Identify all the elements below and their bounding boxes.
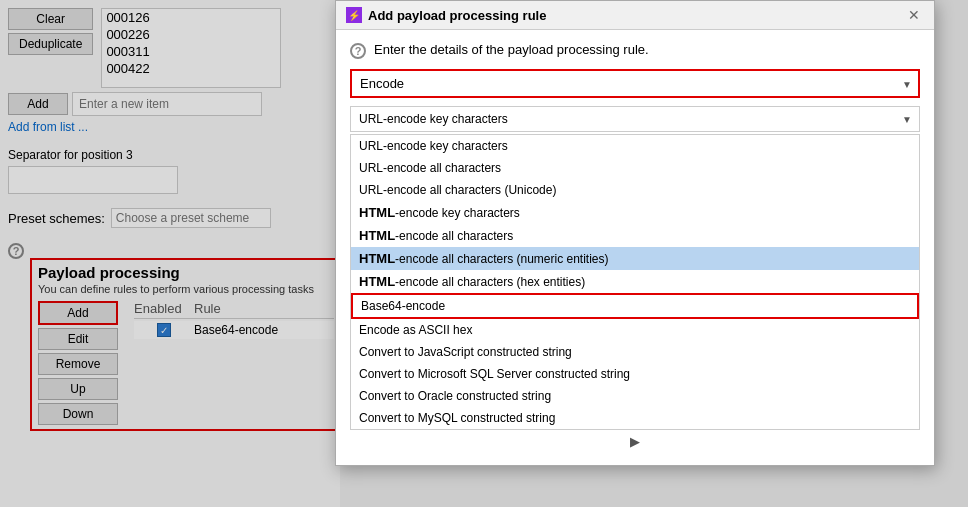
encode-select[interactable]: Encode Hash Custom [350, 69, 920, 98]
html-bold-2: HTML [359, 228, 395, 243]
option-url-key[interactable]: URL-encode key characters [351, 135, 919, 157]
modal-description: Enter the details of the payload process… [374, 42, 649, 57]
option-js-string[interactable]: Convert to JavaScript constructed string [351, 341, 919, 363]
option-html-numeric[interactable]: HTML-encode all characters (numeric enti… [351, 247, 919, 270]
arrow-right-indicator: ▶ [350, 430, 920, 453]
modal-body: ? Enter the details of the payload proce… [336, 30, 934, 465]
url-encode-dropdown-wrapper: URL-encode key characters URL-encode all… [350, 106, 920, 132]
modal-close-button[interactable]: ✕ [904, 7, 924, 23]
html-bold-3: HTML [359, 251, 395, 266]
encode-dropdown-wrapper: Encode Hash Custom ▼ [350, 69, 920, 98]
option-html-hex[interactable]: HTML-encode all characters (hex entities… [351, 270, 919, 293]
url-encode-select[interactable]: URL-encode key characters URL-encode all… [350, 106, 920, 132]
add-payload-modal: ⚡ Add payload processing rule ✕ ? Enter … [335, 0, 935, 466]
option-oracle-string[interactable]: Convert to Oracle constructed string [351, 385, 919, 407]
modal-info-icon: ? [350, 43, 366, 59]
html-bold-4: HTML [359, 274, 395, 289]
html-bold-1: HTML [359, 205, 395, 220]
modal-title: Add payload processing rule [368, 8, 898, 23]
option-mysql-string[interactable]: Convert to MySQL constructed string [351, 407, 919, 429]
option-mssql-string[interactable]: Convert to Microsoft SQL Server construc… [351, 363, 919, 385]
option-url-all[interactable]: URL-encode all characters [351, 157, 919, 179]
modal-description-row: ? Enter the details of the payload proce… [350, 42, 920, 59]
modal-lightning-icon: ⚡ [346, 7, 362, 23]
option-base64[interactable]: Base64-encode [351, 293, 919, 319]
modal-titlebar: ⚡ Add payload processing rule ✕ [336, 1, 934, 30]
option-html-all[interactable]: HTML-encode all characters [351, 224, 919, 247]
option-html-key[interactable]: HTML-encode key characters [351, 201, 919, 224]
options-list: URL-encode key characters URL-encode all… [350, 134, 920, 430]
option-ascii-hex[interactable]: Encode as ASCII hex [351, 319, 919, 341]
option-url-unicode[interactable]: URL-encode all characters (Unicode) [351, 179, 919, 201]
